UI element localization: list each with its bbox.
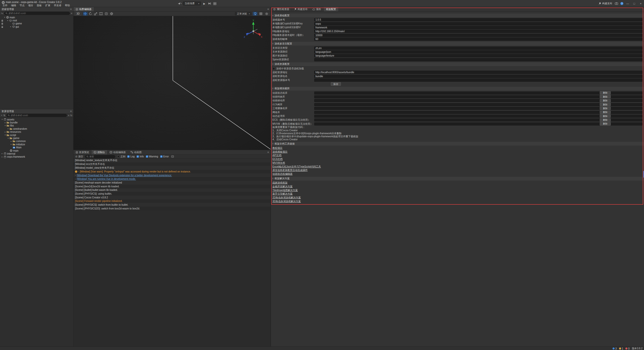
field-input[interactable] <box>314 22 642 25</box>
assets-filter-icon[interactable]: ≡ <box>68 114 69 117</box>
filter-Error[interactable]: ✓Error <box>160 155 169 158</box>
doc-link[interactable]: API文档 <box>272 154 281 157</box>
checkbox[interactable]: ✓ <box>137 155 139 158</box>
field-input[interactable] <box>314 71 642 74</box>
console-menu-icon[interactable]: ≡ <box>266 151 270 154</box>
tree-item-resources[interactable]: ▸resources <box>0 130 73 134</box>
build-publish-button[interactable]: 构建发布 <box>598 2 612 5</box>
console-log-row[interactable]: [Scene] meshopt wasm decoder initialized <box>73 181 270 185</box>
scene-menu-icon[interactable]: ≡ <box>266 8 270 11</box>
delete-module-button[interactable]: 删除 <box>600 99 611 102</box>
section-header[interactable]: ▾游戏资源配置 <box>271 62 644 66</box>
minimize-button[interactable]: — <box>625 2 630 6</box>
checkbox[interactable]: ✓ <box>160 155 163 158</box>
tree-item-oops-framework[interactable]: ▸oops-framework <box>0 155 73 158</box>
tree-item-Main[interactable]: TSMain <box>0 146 73 149</box>
maximize-button[interactable]: □ <box>632 2 636 6</box>
doc-link[interactable]: 全栈开发解决方案 <box>272 185 293 188</box>
expander-open[interactable]: ▾ <box>1 118 3 120</box>
tab-控制台[interactable]: 控制台 <box>92 150 107 154</box>
view-mode-selector[interactable]: 正常浏览▾ <box>235 12 252 15</box>
add-asset-button[interactable]: + <box>1 114 2 117</box>
warning-count-badge[interactable]: 1 <box>619 347 623 350</box>
expander-open[interactable]: ▾ <box>4 16 6 18</box>
doc-link[interactable]: 战旗游戏框架 <box>272 181 288 185</box>
field-input[interactable] <box>314 37 642 41</box>
expand-chevron-icon[interactable]: › <box>75 174 76 177</box>
tree-item-gui[interactable]: ▸gui <box>0 25 73 28</box>
delete-module-button[interactable]: 删除 <box>600 95 611 98</box>
checkbox[interactable]: ✓ <box>146 155 148 158</box>
help-icon[interactable]: ? <box>620 2 623 5</box>
field-input[interactable] <box>314 18 642 21</box>
tab-服务[interactable]: 服务 <box>310 7 324 11</box>
tab-scene-editor[interactable]: 场景编辑器 <box>73 7 94 11</box>
move-tool-button[interactable] <box>83 12 88 16</box>
inspector-scrollbar-thumb[interactable] <box>643 171 644 178</box>
console-log-row[interactable]: [Scene] Forward render pipeline initiali… <box>73 199 270 203</box>
rotate-tool-button[interactable] <box>88 12 93 16</box>
delete-module-button[interactable]: 删除 <box>600 111 611 114</box>
console-log-row[interactable]: !›[Window] [Vue warn]: Property "onInput… <box>73 170 270 173</box>
clear-console-button[interactable]: ⊘ 清空 <box>75 155 83 158</box>
preview-platform-button[interactable]: ▾ <box>178 2 182 6</box>
expand-chevron-icon[interactable]: › <box>78 170 79 173</box>
tab-属性检查器[interactable]: 属性检查器 <box>271 7 292 11</box>
delete-module-button[interactable]: 删除 <box>600 91 611 95</box>
filter-Log[interactable]: ✓Log <box>127 155 135 158</box>
filter-Info[interactable]: ✓Info <box>137 155 144 158</box>
doc-link[interactable]: 新手引导解决方案 <box>272 192 293 196</box>
error-count-badge[interactable]: 0 <box>625 347 630 350</box>
axis-gizmo[interactable]: Y X Z <box>243 20 263 41</box>
section-header[interactable]: ▾框架解决方案 <box>271 177 644 181</box>
field-input[interactable] <box>314 50 642 54</box>
tab-构建发布[interactable]: 构建发布 <box>292 7 310 11</box>
hierarchy-filter-icon[interactable]: ≡ <box>71 12 72 15</box>
console-log-row[interactable]: ›[Window] You are running Vue in develop… <box>73 177 270 181</box>
field-input[interactable] <box>314 47 642 50</box>
delete-module-button[interactable]: 删除 <box>600 103 611 106</box>
tree-item-script[interactable]: ▾script <box>0 134 73 137</box>
field-input[interactable] <box>314 75 642 78</box>
scene-selector[interactable]: 当前场景▾ <box>183 2 201 6</box>
tree-item-internal[interactable]: ▸internal <box>0 152 73 155</box>
expander-closed[interactable]: ▸ <box>4 131 6 133</box>
screenshot-icon[interactable] <box>614 2 618 6</box>
close-button[interactable]: × <box>638 2 643 6</box>
field-input[interactable] <box>314 58 642 61</box>
info-count-badge[interactable]: 3 <box>613 347 617 350</box>
doc-link[interactable]: 动画状态机编辑器 <box>272 172 293 176</box>
tab-资源预览[interactable]: 资源预览 <box>73 150 92 154</box>
console-log-row[interactable]: [Scene] [box2d]:box2d wasm lib loaded. <box>73 185 270 188</box>
field-input[interactable] <box>314 54 642 57</box>
remote-load-checkbox[interactable] <box>272 67 275 70</box>
field-input[interactable] <box>314 78 642 82</box>
expander-closed[interactable]: ▸ <box>1 156 3 158</box>
filter-Warning[interactable]: ✓Warning <box>146 155 158 158</box>
lighting-toggle-button[interactable] <box>253 12 257 16</box>
tree-item-initialize[interactable]: ▸initialize <box>0 143 73 146</box>
tab-动画图[interactable]: 动画图 <box>128 150 144 154</box>
console-log-row[interactable]: [Window] ecs文件夹不存在 <box>73 162 270 166</box>
expander-closed[interactable]: ▸ <box>7 128 9 130</box>
snap-tool-button[interactable] <box>109 12 114 16</box>
section-header[interactable]: ▾游戏基础配置 <box>271 14 644 17</box>
regex-toggle[interactable]: 正则 <box>117 155 125 158</box>
layout-button[interactable] <box>213 2 217 6</box>
console-log-row[interactable]: [Window] model_view文件夹不存在 <box>73 166 270 170</box>
doc-link[interactable]: 2D角色扮演游戏解决方案 <box>272 196 301 199</box>
scene-settings-gear-icon[interactable] <box>264 12 269 16</box>
expander-open[interactable]: ▾ <box>4 134 6 136</box>
tree-item-root[interactable]: ▾root <box>0 19 73 22</box>
delete-module-button[interactable]: 删除 <box>600 122 611 125</box>
expander-closed[interactable]: ▸ <box>10 140 12 142</box>
rect-tool-button[interactable] <box>99 12 103 16</box>
section-header[interactable]: ▾游戏多语言配置 <box>271 42 644 46</box>
console-log-row[interactable]: [Scene] [PHYSICS2D]: switch from box2d-w… <box>73 207 270 210</box>
grid-toggle-button[interactable] <box>259 12 263 16</box>
refresh-assets-icon[interactable]: ↻ <box>70 114 72 117</box>
step-button[interactable] <box>208 2 212 6</box>
tree-item-libs[interactable]: ▾libs <box>0 124 73 127</box>
tree-item-seedrandom[interactable]: ▸seedrandom <box>0 127 73 130</box>
assets-search-input[interactable] <box>11 114 65 117</box>
